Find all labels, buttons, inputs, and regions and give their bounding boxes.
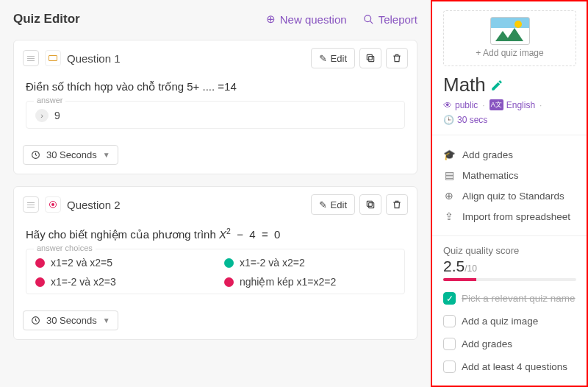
add-quiz-image-button[interactable]: + Add quiz image [443, 10, 576, 66]
align-standards-link[interactable]: ⊕Align quiz to Standards [443, 185, 576, 206]
time-tag[interactable]: 🕒30 secs [443, 115, 487, 125]
language-tag[interactable]: A文English [490, 99, 535, 110]
drag-handle-icon[interactable] [23, 196, 39, 213]
svg-rect-5 [369, 203, 374, 208]
choice-item[interactable]: nghiệm kép x1=x2=2 [224, 276, 395, 288]
header-actions: ⊕ New question Teleport [266, 13, 417, 26]
new-question-label: New question [280, 13, 347, 26]
duplicate-button[interactable] [359, 48, 381, 68]
choice-item[interactable]: x1=-2 và x2=3 [35, 276, 207, 288]
sidebar: + Add quiz image Math 👁public · A文Englis… [431, 0, 588, 387]
plus-circle-icon: ⊕ [266, 13, 276, 26]
question-title: Question 1 [67, 52, 121, 65]
pencil-icon [490, 79, 503, 92]
edit-quiz-name-button[interactable] [490, 79, 503, 92]
time-label: 30 Seconds [46, 149, 97, 160]
trash-icon [392, 199, 402, 210]
clock-icon [31, 150, 40, 160]
time-dropdown[interactable]: 30 Seconds ▼ [23, 310, 118, 330]
quality-score-label: Quiz quality score [443, 245, 576, 256]
checkbox-empty-icon [443, 315, 456, 327]
choice-item[interactable]: x1=2 và x2=5 [35, 257, 207, 269]
question-text: Hãy cho biết nghiệm của phương trình X2 … [26, 227, 405, 241]
open-ended-icon [45, 50, 61, 66]
clock-icon: 🕒 [443, 115, 454, 125]
choice-item[interactable]: x1=-2 và x2=2 [224, 257, 395, 269]
answer-value: 9 [54, 110, 60, 121]
choice-dot-icon [35, 277, 45, 287]
chevron-down-icon: ▼ [103, 151, 110, 159]
svg-rect-2 [369, 57, 374, 62]
subject-link[interactable]: ▤Mathematics [443, 165, 576, 185]
edit-label: Edit [331, 53, 347, 64]
question-title: Question 2 [67, 199, 121, 211]
choice-dot-icon [35, 258, 45, 268]
answer-box: answer › 9 [26, 101, 405, 129]
quality-check-item[interactable]: ✓ Pick a relevant quiz name [443, 287, 576, 310]
question-card: Question 2 ✎ Edit Hãy ch [13, 186, 417, 340]
document-icon: ▤ [443, 169, 455, 181]
pencil-icon: ✎ [319, 53, 327, 64]
search-icon [363, 14, 374, 25]
teleport-label: Teleport [379, 13, 417, 26]
teleport-button[interactable]: Teleport [363, 13, 417, 26]
edit-label: Edit [331, 199, 347, 210]
graduation-cap-icon: 🎓 [443, 149, 455, 160]
edit-button[interactable]: ✎ Edit [311, 194, 355, 215]
image-placeholder-icon [490, 17, 530, 45]
edit-button[interactable]: ✎ Edit [311, 48, 355, 68]
import-spreadsheet-link[interactable]: ⇪Import from spreadsheet [443, 206, 576, 227]
trash-icon [392, 53, 402, 63]
time-dropdown[interactable]: 30 Seconds ▼ [23, 145, 118, 165]
page-title: Quiz Editor [13, 12, 80, 26]
choice-dot-icon [224, 258, 234, 268]
multiple-choice-icon [45, 196, 61, 213]
language-icon: A文 [490, 99, 503, 110]
clock-icon [31, 316, 40, 325]
pencil-icon: ✎ [319, 199, 327, 210]
chevron-right-icon[interactable]: › [35, 109, 49, 122]
quality-check-item[interactable]: Add at least 4 questions [443, 355, 576, 378]
duplicate-button[interactable] [359, 194, 381, 215]
plus-circle-icon: ⊕ [443, 190, 455, 202]
question-card: Question 1 ✎ Edit Điền số thích hợp [13, 40, 417, 174]
checkbox-empty-icon [443, 361, 456, 373]
new-question-button[interactable]: ⊕ New question [266, 13, 347, 26]
svg-line-1 [370, 21, 373, 24]
drag-handle-icon[interactable] [23, 50, 39, 66]
svg-point-0 [365, 15, 371, 21]
choices-label: answer choices [34, 244, 96, 252]
quality-score-value: 2.5/10 [443, 258, 576, 275]
time-label: 30 Seconds [46, 315, 97, 326]
add-grades-link[interactable]: 🎓Add grades [443, 144, 576, 165]
chevron-down-icon: ▼ [103, 316, 110, 324]
copy-icon [365, 53, 376, 63]
svg-rect-6 [367, 201, 372, 206]
choice-dot-icon [224, 277, 234, 287]
upload-icon: ⇪ [443, 210, 455, 222]
eye-icon: 👁 [443, 100, 452, 110]
header: Quiz Editor ⊕ New question Teleport [13, 9, 417, 29]
checkbox-empty-icon [443, 338, 456, 350]
choices-box: answer choices x1=2 và x2=5 x1=-2 và x2=… [26, 249, 405, 294]
delete-button[interactable] [386, 194, 408, 215]
delete-button[interactable] [386, 48, 408, 68]
svg-rect-3 [367, 54, 372, 60]
add-quiz-image-label: Add quiz image [483, 48, 544, 58]
quality-check-item[interactable]: Add grades [443, 333, 576, 355]
answer-label: answer [34, 96, 65, 104]
main-panel: Quiz Editor ⊕ New question Teleport [0, 0, 431, 387]
checkbox-checked-icon: ✓ [443, 292, 456, 305]
copy-icon [365, 199, 376, 210]
quiz-name: Math [443, 74, 486, 96]
question-text: Điền số thích hợp vào chỗ trống 5+ .... … [26, 80, 405, 93]
visibility-tag[interactable]: 👁public [443, 100, 478, 110]
quiz-meta: 👁public · A文English · 🕒30 secs [443, 99, 576, 125]
quality-check-item[interactable]: Add a quiz image [443, 310, 576, 333]
